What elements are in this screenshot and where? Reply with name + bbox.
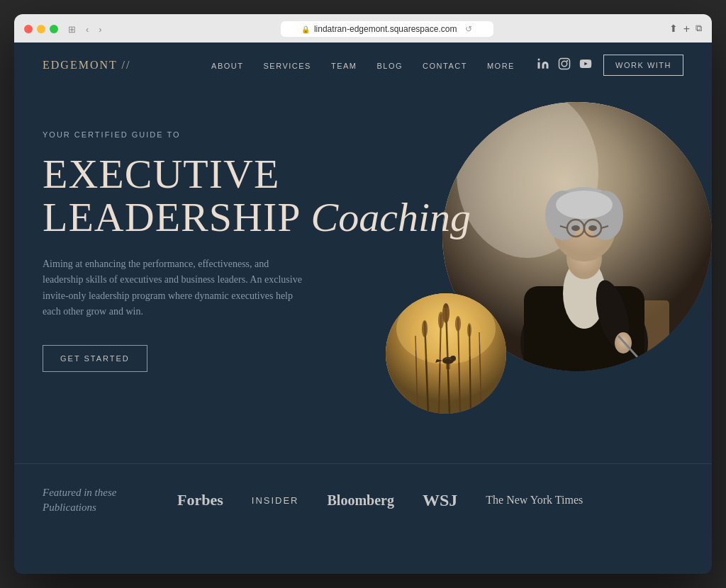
browser-chrome: ⊞ ‹ › 🔒 lindatran-edgemont.squarespace.c… xyxy=(14,14,712,37)
bloomberg-logo: Bloomberg xyxy=(328,492,394,509)
hero-title-leadership: LEADERSHIP xyxy=(43,196,301,239)
svg-point-0 xyxy=(538,59,540,61)
publications-label: Featured in these Publications xyxy=(43,485,156,515)
hero-section: YOUR CERTIFIED GUIDE TO EXECUTIVE LEADER… xyxy=(14,88,712,456)
work-with-button[interactable]: WORK WITH xyxy=(603,55,683,76)
hero-title-line1: EXECUTIVE xyxy=(43,153,471,196)
maximize-button[interactable] xyxy=(50,25,58,33)
address-bar-container: 🔒 lindatran-edgemont.squarespace.com ↺ xyxy=(112,21,662,37)
social-icons xyxy=(537,57,592,73)
address-bar[interactable]: 🔒 lindatran-edgemont.squarespace.com ↺ xyxy=(281,21,493,37)
forbes-logo: Forbes xyxy=(177,491,223,509)
publications-logos: Forbes INSIDER Bloomberg WSJ The New Yor… xyxy=(177,491,583,510)
get-started-button[interactable]: GET STARTED xyxy=(43,345,147,372)
linkedin-icon[interactable] xyxy=(537,57,549,73)
new-tab-icon[interactable]: + xyxy=(683,23,690,35)
nav-more[interactable]: MORE xyxy=(487,62,515,70)
insider-logo: INSIDER xyxy=(252,495,299,506)
svg-point-16 xyxy=(556,191,613,219)
nav-team[interactable]: TEAM xyxy=(331,62,357,70)
youtube-icon[interactable] xyxy=(579,57,592,73)
svg-point-3 xyxy=(566,60,568,62)
share-icon[interactable]: ⬆ xyxy=(669,23,678,35)
hero-title-coaching: Coaching xyxy=(311,196,471,239)
url-text: lindatran-edgemont.squarespace.com xyxy=(314,24,457,34)
forward-button[interactable]: › xyxy=(96,23,104,36)
lock-icon: 🔒 xyxy=(301,26,310,33)
minimize-button[interactable] xyxy=(37,25,45,33)
website-content: EDGEMONT // ABOUT SERVICES TEAM BLOG CON… xyxy=(14,43,712,574)
site-logo[interactable]: EDGEMONT // xyxy=(43,59,130,72)
svg-rect-1 xyxy=(559,59,570,69)
navigation: EDGEMONT // ABOUT SERVICES TEAM BLOG CON… xyxy=(14,43,712,88)
hero-left: YOUR CERTIFIED GUIDE TO EXECUTIVE LEADER… xyxy=(43,130,471,428)
publications-section: Featured in these Publications Forbes IN… xyxy=(14,463,712,536)
hero-subtitle: YOUR CERTIFIED GUIDE TO xyxy=(43,130,471,139)
sidebar-toggle-icon[interactable]: ⊞ xyxy=(65,23,79,36)
hero-title-line2: LEADERSHIP Coaching xyxy=(43,196,471,256)
tabs-icon[interactable]: ⧉ xyxy=(696,23,702,35)
wsj-logo: WSJ xyxy=(423,491,457,510)
browser-actions: ⬆ + ⧉ xyxy=(669,23,702,35)
traffic-lights xyxy=(24,25,58,33)
svg-point-22 xyxy=(571,225,580,231)
nav-services[interactable]: SERVICES xyxy=(263,62,311,70)
browser-controls: ⊞ ‹ › xyxy=(65,23,105,36)
browser-window: ⊞ ‹ › 🔒 lindatran-edgemont.squarespace.c… xyxy=(14,14,712,574)
nav-blog[interactable]: BLOG xyxy=(376,62,403,70)
close-button[interactable] xyxy=(24,25,33,33)
hero-description: Aiming at enhancing the performance, eff… xyxy=(43,256,312,320)
back-button[interactable]: ‹ xyxy=(83,23,91,36)
nyt-logo: The New York Times xyxy=(486,494,583,507)
nav-about[interactable]: ABOUT xyxy=(211,62,243,70)
browser-tab-bar xyxy=(14,37,712,43)
svg-point-2 xyxy=(562,61,567,67)
refresh-icon[interactable]: ↺ xyxy=(465,24,472,34)
nav-links: ABOUT SERVICES TEAM BLOG CONTACT MORE xyxy=(211,59,515,72)
hero-title: EXECUTIVE LEADERSHIP Coaching xyxy=(43,153,471,256)
instagram-icon[interactable] xyxy=(558,57,571,73)
svg-point-23 xyxy=(588,225,597,231)
nav-right: WORK WITH xyxy=(537,55,683,76)
nav-contact[interactable]: CONTACT xyxy=(423,62,467,70)
